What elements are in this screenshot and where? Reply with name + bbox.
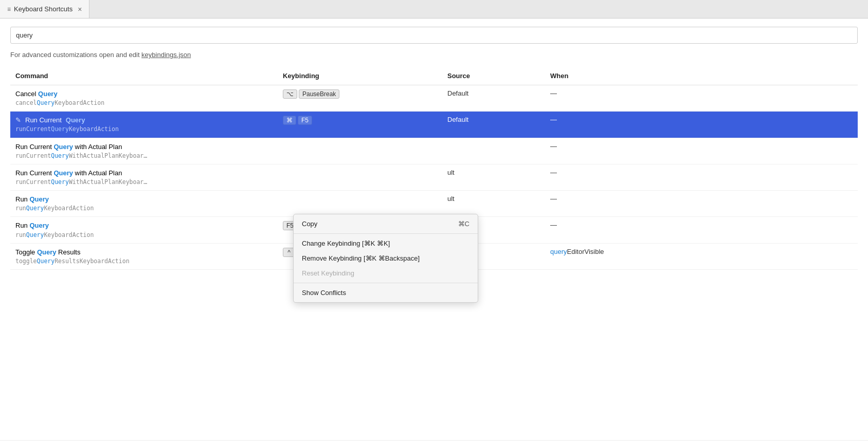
context-menu-change-keybinding[interactable]: Change Keybinding [⌘K ⌘K] (294, 236, 478, 251)
source-cell: ult (442, 164, 545, 190)
keybinding-cell: ⌥ PauseBreak (278, 85, 442, 112)
column-source: Source (442, 69, 545, 85)
context-menu-change-keybinding-label: Change Keybinding [⌘K ⌘K] (302, 240, 390, 247)
context-menu-divider (294, 233, 478, 234)
keybindings-json-link[interactable]: keybindings.json (141, 51, 191, 59)
source-cell: Default (442, 112, 545, 138)
command-cell: Toggle Query Results toggleQueryResultsK… (10, 243, 278, 269)
when-cell: — (545, 191, 858, 217)
table-row[interactable]: Cancel Query cancelQueryKeyboardAction ⌥… (10, 85, 858, 112)
main-content: For advanced customizations open and edi… (0, 19, 868, 440)
context-menu-copy-label: Copy (302, 220, 317, 228)
edit-icon: ✎ (15, 116, 21, 125)
helper-text: For advanced customizations open and edi… (10, 51, 858, 59)
tab-close-button[interactable]: × (78, 5, 82, 13)
command-cell: Run Query runQueryKeyboardAction (10, 191, 278, 217)
command-cell: Cancel Query cancelQueryKeyboardAction (10, 85, 278, 112)
tab-title: Keyboard Shortcuts (14, 5, 73, 13)
source-cell: Default (442, 85, 545, 112)
context-menu-remove-keybinding-label: Remove Keybinding [⌘K ⌘Backspace] (302, 254, 420, 262)
command-cell: Run Query runQueryKeyboardAction (10, 217, 278, 243)
column-command: Command (10, 69, 278, 85)
table-row[interactable]: Run Current Query with Actual Plan runCu… (10, 138, 858, 164)
command-cell: Run Current Query with Actual Plan runCu… (10, 164, 278, 190)
search-input[interactable] (10, 27, 858, 44)
keybinding-cell: ⌘ F5 (278, 112, 442, 138)
when-cell: queryEditorVisible (545, 243, 858, 269)
tab-bar: ≡ Keyboard Shortcuts × (0, 0, 868, 19)
key-badge: ⌘ (283, 116, 296, 125)
context-menu-reset-keybinding-label: Reset Keybinding (302, 269, 354, 277)
context-menu-show-conflicts[interactable]: Show Conflicts (294, 285, 478, 300)
when-cell: — (545, 85, 858, 112)
table-row[interactable]: ✎ Run Current Query runCurrentQueryKeybo… (10, 112, 858, 138)
when-cell: — (545, 217, 858, 243)
when-cell: — (545, 138, 858, 164)
key-badge: PauseBreak (299, 89, 339, 99)
command-cell: Run Current Query with Actual Plan runCu… (10, 138, 278, 164)
column-when: When (545, 69, 858, 85)
command-cell: ✎ Run Current Query runCurrentQueryKeybo… (10, 112, 278, 138)
when-cell: — (545, 112, 858, 138)
key-badge: ⌥ (283, 89, 297, 99)
keybinding-cell (278, 138, 442, 164)
column-keybinding: Keybinding (278, 69, 442, 85)
keybinding-cell (278, 164, 442, 190)
context-menu-remove-keybinding[interactable]: Remove Keybinding [⌘K ⌘Backspace] (294, 251, 478, 266)
source-cell (442, 138, 545, 164)
when-cell: — (545, 164, 858, 190)
context-menu-divider-2 (294, 283, 478, 283)
context-menu-copy-shortcut: ⌘C (458, 220, 469, 228)
keybinding-cell (278, 191, 442, 217)
tab-menu-icon: ≡ (7, 6, 11, 13)
context-menu-show-conflicts-label: Show Conflicts (302, 289, 346, 297)
source-cell: ult (442, 191, 545, 217)
context-menu-copy[interactable]: Copy ⌘C (294, 216, 478, 231)
table-row[interactable]: Run Current Query with Actual Plan runCu… (10, 164, 858, 190)
context-menu-reset-keybinding: Reset Keybinding (294, 266, 478, 281)
key-badge: F5 (298, 116, 312, 125)
context-menu: Copy ⌘C Change Keybinding [⌘K ⌘K] Remove… (293, 214, 478, 303)
keyboard-shortcuts-tab[interactable]: ≡ Keyboard Shortcuts × (0, 0, 89, 18)
table-row[interactable]: Run Query runQueryKeyboardAction ult — (10, 191, 858, 217)
